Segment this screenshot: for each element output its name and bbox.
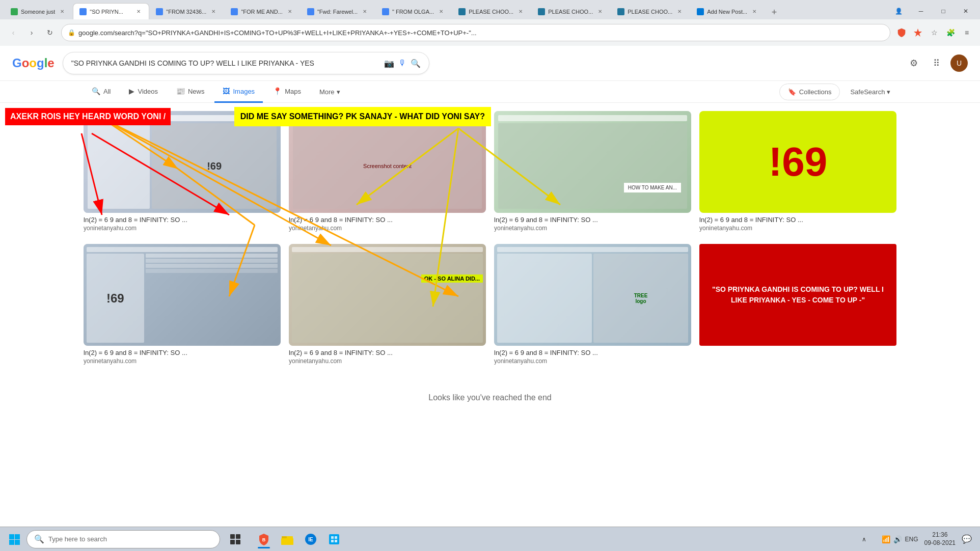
videos-icon: ▶ bbox=[129, 87, 134, 95]
svg-rect-30 bbox=[335, 536, 337, 539]
image-title-7: ln(2) = 6 9 and 8 = INFINITY: SO ... bbox=[494, 349, 691, 356]
extensions-icon[interactable]: 🧩 bbox=[943, 25, 958, 40]
all-icon: 🔍 bbox=[92, 87, 100, 95]
brave-shield-icon[interactable] bbox=[894, 25, 909, 40]
window-profile-icon[interactable]: 👤 bbox=[888, 3, 909, 19]
image-card-5[interactable]: !69 ln(2) = 6 9 and 8 = INFINITY: SO ...… bbox=[84, 244, 281, 365]
svg-rect-19 bbox=[236, 534, 240, 539]
tab-5-close[interactable]: ✕ bbox=[361, 8, 369, 16]
tab-6-close[interactable]: ✕ bbox=[437, 8, 445, 16]
search-box[interactable]: "SO PRIYNKA GANDHI IS COMING TO UP? WELL… bbox=[63, 52, 429, 74]
taskbar-right: ∧ 📶 🔊 ENG 21:36 09-08-2021 💬 bbox=[853, 529, 976, 549]
taskbar-app3-icon[interactable]: IE bbox=[300, 529, 322, 549]
tab-3[interactable]: "FROM 32436... ✕ bbox=[149, 3, 224, 19]
tab-8-favicon bbox=[538, 8, 545, 15]
explorer-icon bbox=[280, 532, 294, 546]
collections-button[interactable]: 🔖 Collections bbox=[779, 84, 840, 100]
tab-8-title: PLEASE CHOO... bbox=[548, 9, 593, 15]
tab-9-close[interactable]: ✕ bbox=[675, 8, 684, 16]
tab-4[interactable]: "FOR ME AND... ✕ bbox=[224, 3, 301, 19]
image-thumb-3: HOW TO MAKE AN... bbox=[494, 111, 691, 213]
tab-4-close[interactable]: ✕ bbox=[286, 8, 294, 16]
taskbar-search[interactable]: 🔍 Type here to search bbox=[26, 530, 220, 548]
new-tab-button[interactable]: + bbox=[767, 5, 781, 19]
tab-6[interactable]: " FROM OLGA... ✕ bbox=[375, 3, 452, 19]
tab-10[interactable]: Add New Post... ✕ bbox=[690, 3, 765, 19]
camera-icon[interactable]: 📷 bbox=[384, 59, 394, 68]
taskbar-explorer-icon[interactable] bbox=[276, 529, 298, 549]
tab-1-close[interactable]: ✕ bbox=[58, 8, 66, 16]
tab-7-close[interactable]: ✕ bbox=[516, 8, 525, 16]
image-card-2[interactable]: Screenshot content ln(2) = 6 9 and 8 = I… bbox=[289, 111, 486, 232]
tab-2-favicon bbox=[79, 8, 87, 15]
window-maximize[interactable]: □ bbox=[933, 3, 954, 19]
taskview-button[interactable] bbox=[224, 529, 247, 549]
forward-button[interactable]: › bbox=[24, 25, 39, 40]
tab-10-close[interactable]: ✕ bbox=[750, 8, 758, 16]
tab-8[interactable]: PLEASE CHOO... ✕ bbox=[531, 3, 611, 19]
tab-6-title: " FROM OLGA... bbox=[392, 9, 434, 15]
tab-maps[interactable]: 📍 Maps bbox=[265, 81, 309, 103]
reload-button[interactable]: ↻ bbox=[43, 25, 57, 40]
image-card-7[interactable]: TREElogo ln(2) = 6 9 and 8 = INFINITY: S… bbox=[494, 244, 691, 365]
url-bar[interactable]: 🔒 google.com/search?q="SO+PRIYNKA+GANDHI… bbox=[61, 24, 890, 41]
svg-rect-16 bbox=[9, 540, 14, 545]
tab-2[interactable]: "SO PRIYN... ✕ bbox=[73, 3, 149, 19]
image-thumb-4: !69 bbox=[699, 111, 896, 213]
tab-5[interactable]: "Fwd: Farewel... ✕ bbox=[301, 3, 375, 19]
wifi-icon[interactable]: 📶 bbox=[882, 535, 890, 543]
taskbar-app4-icon[interactable] bbox=[323, 529, 345, 549]
image-thumb-7: TREElogo bbox=[494, 244, 691, 346]
tab-all[interactable]: 🔍 All bbox=[84, 81, 119, 103]
volume-icon[interactable]: 🔊 bbox=[893, 535, 902, 543]
image-card-6[interactable]: OK - SO ALINA DID... ln(2) = 6 9 and 8 =… bbox=[289, 244, 486, 365]
tab-5-favicon bbox=[307, 8, 314, 15]
taskbar-clock[interactable]: 21:36 09-08-2021 bbox=[924, 531, 956, 547]
image-card-1[interactable]: !69 ln(2) = 6 9 and 8 = INFINITY: SO ...… bbox=[84, 111, 281, 232]
tab-images[interactable]: 🖼 Images bbox=[214, 81, 263, 103]
image-title-2: ln(2) = 6 9 and 8 = INFINITY: SO ... bbox=[289, 216, 486, 224]
safesearch-button[interactable]: SafeSearch ▾ bbox=[844, 84, 896, 100]
image-card-8[interactable]: "SO PRIYNKA GANDHI IS COMING TO UP? WELL… bbox=[699, 244, 896, 365]
back-button[interactable]: ‹ bbox=[6, 25, 20, 40]
microphone-icon[interactable]: 🎙 bbox=[398, 59, 406, 68]
brave-rewards-icon[interactable] bbox=[911, 25, 925, 40]
image-card-3[interactable]: HOW TO MAKE AN... ln(2) = 6 9 and 8 = IN… bbox=[494, 111, 691, 232]
tab-2-close[interactable]: ✕ bbox=[134, 8, 143, 16]
bookmarks-icon[interactable]: ☆ bbox=[927, 25, 941, 40]
tab-7[interactable]: PLEASE CHOO... ✕ bbox=[452, 3, 531, 19]
tab-3-close[interactable]: ✕ bbox=[209, 8, 217, 16]
maps-icon: 📍 bbox=[273, 87, 282, 95]
settings-icon[interactable]: ⚙ bbox=[906, 55, 922, 71]
google-page: Google "SO PRIYNKA GANDHI IS COMING TO U… bbox=[0, 46, 980, 527]
taskbar-date-value: 09-08-2021 bbox=[924, 539, 956, 547]
tab-news[interactable]: 📰 News bbox=[168, 81, 213, 103]
taskbar-apps: B IE bbox=[253, 529, 345, 549]
notification-center[interactable]: 💬 bbox=[958, 529, 976, 549]
image-source-7: yoninetanyahu.com bbox=[494, 357, 691, 365]
end-message-text: Looks like you've reached the end bbox=[428, 393, 551, 402]
tab-8-close[interactable]: ✕ bbox=[596, 8, 604, 16]
taskbar-brave-icon[interactable]: B bbox=[253, 529, 275, 549]
tab-4-title: "FOR ME AND... bbox=[241, 9, 283, 15]
image-card-4[interactable]: !69 ln(2) = 6 9 and 8 = INFINITY: SO ...… bbox=[699, 111, 896, 232]
system-tray-expand[interactable]: ∧ bbox=[853, 529, 876, 549]
window-close[interactable]: ✕ bbox=[956, 3, 976, 19]
search-submit-icon[interactable]: 🔍 bbox=[411, 59, 421, 68]
svg-text:B: B bbox=[262, 537, 266, 542]
image-source-3: yoninetanyahu.com bbox=[494, 225, 691, 232]
user-avatar[interactable]: U bbox=[950, 54, 968, 72]
browser-menu-icon[interactable]: ≡ bbox=[960, 25, 974, 40]
tab-more[interactable]: More ▾ bbox=[311, 82, 348, 102]
tab-videos[interactable]: ▶ Videos bbox=[121, 81, 166, 103]
apps-icon[interactable]: ⠿ bbox=[928, 55, 944, 71]
tab-9[interactable]: PLEASE CHOO... ✕ bbox=[611, 3, 690, 19]
start-button[interactable] bbox=[4, 529, 24, 549]
image-results-container: AXEKR ROIS HEY HEARD WORD YONI / DID ME … bbox=[0, 103, 980, 373]
window-minimize[interactable]: ─ bbox=[911, 3, 931, 19]
tab-1[interactable]: Someone just ✕ bbox=[4, 3, 73, 19]
tab-10-title: Add New Post... bbox=[707, 9, 747, 15]
tab-more-label: More bbox=[319, 88, 335, 96]
image-results-row2: !69 ln(2) = 6 9 and 8 = INFINITY: SO ...… bbox=[0, 240, 980, 373]
tab-maps-label: Maps bbox=[285, 88, 301, 95]
